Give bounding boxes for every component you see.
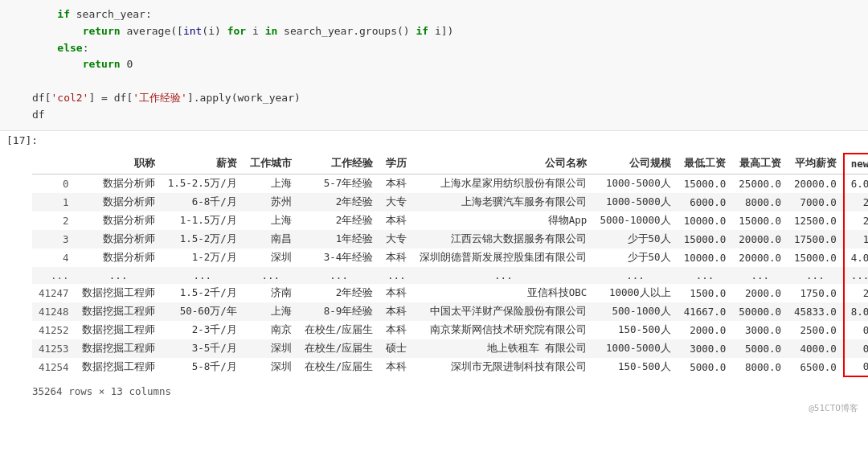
cell-1-8: 6000.0 <box>678 193 733 212</box>
cell-9-4: 在校生/应届生 <box>298 339 380 358</box>
cell-6-11: 2 <box>844 284 868 302</box>
cell-8-3: 南京 <box>244 321 298 339</box>
cell-10-2: 5-8千/月 <box>162 358 244 376</box>
cell-9-6: 地上铁租车 有限公司 <box>413 339 593 358</box>
cell-4-4: 3-4年经验 <box>298 249 380 267</box>
cell-10-3: 深圳 <box>244 358 298 376</box>
cell-2-5: 本科 <box>379 212 413 230</box>
cell-5-11: ... <box>844 267 868 284</box>
cell-7-0: 41248 <box>32 302 76 321</box>
col-header-new: new <box>844 154 868 175</box>
cell-4-8: 10000.0 <box>678 249 733 267</box>
cell-3-6: 江西云锦大数据服务有限公司 <box>413 230 593 249</box>
cell-7-8: 41667.0 <box>678 302 733 321</box>
cell-9-9: 5000.0 <box>732 339 788 358</box>
cell-3-9: 20000.0 <box>732 230 788 249</box>
cell-1-11: 2 <box>844 193 868 212</box>
table-row: 41254数据挖掘工程师5-8千/月深圳在校生/应届生本科深圳市无限进制科技有限… <box>32 358 868 376</box>
cell-0-6: 上海水星家用纺织股份有限公司 <box>413 174 593 193</box>
cell-9-8: 3000.0 <box>678 339 733 358</box>
cell-2-6: 得物App <box>413 212 593 230</box>
cell-7-7: 500-1000人 <box>593 302 677 321</box>
cell-1-10: 7000.0 <box>788 193 844 212</box>
cell-9-2: 3-5千/月 <box>162 339 244 358</box>
cell-8-0: 41252 <box>32 321 76 339</box>
cell-0-8: 15000.0 <box>678 174 733 193</box>
cell-10-9: 8000.0 <box>732 358 788 376</box>
table-row: 1数据分析师6-8千/月苏州2年经验大专上海老骥汽车服务有限公司1000-500… <box>32 193 868 212</box>
cell-6-3: 济南 <box>244 284 298 302</box>
cell-3-4: 1年经验 <box>298 230 380 249</box>
cell-3-1: 数据分析师 <box>76 230 162 249</box>
data-table: 职称 薪资 工作城市 工作经验 学历 公司名称 公司规模 最低工资 最高工资 平… <box>32 153 868 377</box>
output-label: [17]: <box>0 131 868 150</box>
cell-0-5: 本科 <box>379 174 413 193</box>
cell-10-8: 5000.0 <box>678 358 733 376</box>
cell-5-9: ... <box>732 267 788 284</box>
cell-7-10: 45833.0 <box>788 302 844 321</box>
cell-9-3: 深圳 <box>244 339 298 358</box>
cell-2-0: 2 <box>32 212 76 230</box>
cell-1-0: 1 <box>32 193 76 212</box>
cell-7-4: 8-9年经验 <box>298 302 380 321</box>
table-row: 41247数据挖掘工程师1.5-2千/月济南2年经验本科亚信科技OBC10000… <box>32 284 868 302</box>
cell-8-6: 南京莱斯网信技术研究院有限公司 <box>413 321 593 339</box>
cell-9-10: 4000.0 <box>788 339 844 358</box>
cell-10-5: 本科 <box>379 358 413 376</box>
cell-3-7: 少于50人 <box>593 230 677 249</box>
cell-1-3: 苏州 <box>244 193 298 212</box>
cell-3-11: 1 <box>844 230 868 249</box>
cell-2-9: 15000.0 <box>732 212 788 230</box>
cell-3-8: 15000.0 <box>678 230 733 249</box>
watermark: @51CTO博客 <box>0 402 868 417</box>
code-line-4: return 0 <box>32 56 855 73</box>
cell-6-4: 2年经验 <box>298 284 380 302</box>
cell-4-6: 深圳朗德普斯发展控股集团有限公司 <box>413 249 593 267</box>
cell-5-0: ... <box>32 267 76 284</box>
cell-9-0: 41253 <box>32 339 76 358</box>
cell-1-5: 大专 <box>379 193 413 212</box>
cell-5-1: ... <box>76 267 162 284</box>
code-line-3: else: <box>32 40 855 57</box>
cell-8-10: 2500.0 <box>788 321 844 339</box>
cell-7-5: 本科 <box>379 302 413 321</box>
cell-2-4: 2年经验 <box>298 212 380 230</box>
table-row: 0数据分析师1.5-2.5万/月上海5-7年经验本科上海水星家用纺织股份有限公司… <box>32 174 868 193</box>
cell-5-8: ... <box>678 267 733 284</box>
col-header-6: 公司规模 <box>593 154 677 175</box>
cell-6-7: 10000人以上 <box>593 284 677 302</box>
cell-1-6: 上海老骥汽车服务有限公司 <box>413 193 593 212</box>
col-header-index <box>32 154 76 175</box>
cell-7-1: 数据挖掘工程师 <box>76 302 162 321</box>
cell-6-9: 2000.0 <box>732 284 788 302</box>
cell-4-0: 4 <box>32 249 76 267</box>
cell-0-11: 6.0 <box>844 174 868 193</box>
cell-0-2: 1.5-2.5万/月 <box>162 174 244 193</box>
cell-10-11: 0 <box>844 358 868 376</box>
col-header-5: 公司名称 <box>413 154 593 175</box>
cell-4-10: 15000.0 <box>788 249 844 267</box>
cell-1-9: 8000.0 <box>732 193 788 212</box>
cell-6-2: 1.5-2千/月 <box>162 284 244 302</box>
cell-0-9: 25000.0 <box>732 174 788 193</box>
cell-8-4: 在校生/应届生 <box>298 321 380 339</box>
col-header-0: 职称 <box>76 154 162 175</box>
cell-7-6: 中国太平洋财产保险股份有限公司 <box>413 302 593 321</box>
main-container: if search_year: return average([int(i) f… <box>0 0 868 456</box>
cell-1-4: 2年经验 <box>298 193 380 212</box>
cell-4-7: 少于50人 <box>593 249 677 267</box>
col-header-8: 最高工资 <box>732 154 788 175</box>
code-line-1: if search_year: <box>32 6 855 23</box>
cell-0-7: 1000-5000人 <box>593 174 677 193</box>
cell-2-8: 10000.0 <box>678 212 733 230</box>
cell-5-6: ... <box>413 267 593 284</box>
cell-5-3: ... <box>244 267 298 284</box>
code-line-5: df['col2'] = df['工作经验'].apply(work_year) <box>32 90 855 107</box>
cell-5-10: ... <box>788 267 844 284</box>
table-row: ........................................… <box>32 267 868 284</box>
table-section: 职称 薪资 工作城市 工作经验 学历 公司名称 公司规模 最低工资 最高工资 平… <box>0 150 868 380</box>
col-header-9: 平均薪资 <box>788 154 844 175</box>
table-row: 2数据分析师1-1.5万/月上海2年经验本科得物App5000-10000人10… <box>32 212 868 230</box>
cell-2-10: 12500.0 <box>788 212 844 230</box>
cell-10-6: 深圳市无限进制科技有限公司 <box>413 358 593 376</box>
